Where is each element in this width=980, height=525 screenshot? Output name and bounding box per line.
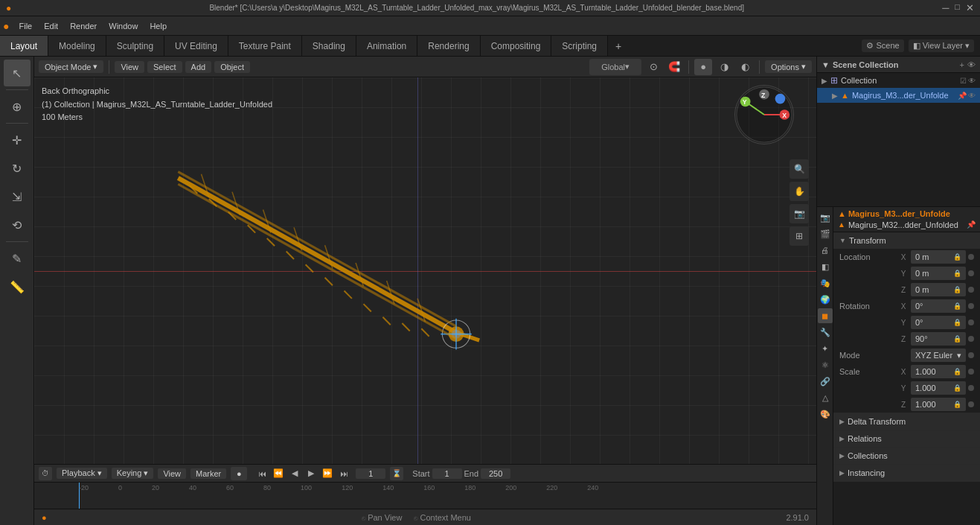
keyframe-dot-x[interactable] [968,254,974,260]
transform-tool[interactable]: ⟲ [4,211,31,238]
viewport-shading-material[interactable]: ◑ [715,59,733,75]
scale-dot-y[interactable] [968,385,974,391]
menu-window[interactable]: Window [103,20,143,32]
marker-menu[interactable]: Marker [190,468,226,479]
start-frame-input[interactable]: 1 [432,468,462,479]
location-x-value[interactable]: 0 m 🔒 [911,250,966,264]
timeline-track[interactable]: -20 0 20 40 60 80 100 120 140 160 180 20… [34,483,816,509]
tab-scripting[interactable]: Scripting [551,36,608,56]
prev-keyframe-btn[interactable]: ⏪ [271,467,286,480]
collection-checkbox[interactable]: ☑ [960,77,967,85]
viewport-canvas[interactable]: Back Orthographic (1) Collection | Magir… [34,77,816,464]
snap-btn[interactable]: 🧲 [665,59,683,75]
keyframe-dot-btn[interactable]: ● [231,467,247,480]
add-workspace-btn[interactable]: + [608,36,629,56]
collection-visibility[interactable]: 👁 [968,77,976,85]
menu-file[interactable]: File [13,20,37,32]
proportional-edit-btn[interactable]: ⊙ [644,59,662,75]
object-item[interactable]: ▶ ▲ Magirus_M3...der_Unfolde 📌 👁 [817,88,980,103]
collection-item[interactable]: ▶ ⊞ Collection ☑ 👁 [817,73,980,88]
cursor-tool[interactable]: ⊕ [4,93,31,120]
rot-dot-z[interactable] [968,336,974,342]
tab-rendering[interactable]: Rendering [417,36,480,56]
prop-modifier-icon[interactable]: 🔧 [818,325,833,340]
collections-header[interactable]: ▶ Collections [833,448,980,464]
scale-tool[interactable]: ⇲ [4,183,31,210]
measure-tool[interactable]: 📏 [4,273,31,300]
fps-btn[interactable]: ⌛ [390,467,403,480]
timeline-view-menu[interactable]: View [158,468,186,479]
viewport-add-menu[interactable]: Add [185,61,212,73]
scene-selector[interactable]: ⚙ Scene [862,39,903,52]
prop-scene-icon[interactable]: 📷 [818,210,833,225]
grid-btn[interactable]: ⊞ [790,226,809,246]
prop-constraints-icon[interactable]: 🔗 [818,374,833,389]
tab-compositing[interactable]: Compositing [481,36,552,56]
navigation-gizmo[interactable]: X Y Z [734,85,801,152]
scale-dot-x[interactable] [968,369,974,375]
viewport-select-menu[interactable]: Select [147,61,182,73]
relations-header[interactable]: ▶ Relations [833,430,980,447]
pan-btn[interactable]: ✋ [790,182,809,201]
zoom-in-btn[interactable]: 🔍 [790,159,809,179]
prop-particles-icon[interactable]: ✦ [818,341,833,356]
menu-render[interactable]: Render [65,20,102,32]
location-z-value[interactable]: 0 m 🔒 [911,283,966,296]
tab-modeling[interactable]: Modeling [48,36,106,56]
viewport-view-menu[interactable]: View [115,61,144,73]
view-layer-selector[interactable]: ◧ View Layer ▾ [909,39,974,52]
rotation-x-value[interactable]: 0° 🔒 [911,299,966,313]
end-frame-input[interactable]: 250 [481,468,510,479]
pin-icon[interactable]: 📌 [967,220,976,229]
keying-menu[interactable]: Keying ▾ [112,468,154,479]
instancing-header[interactable]: ▶ Instancing [833,465,980,481]
prop-view-layer-icon[interactable]: ◧ [818,259,833,274]
prop-scene-props-icon[interactable]: 🎭 [818,276,833,290]
rot-dot-y[interactable] [968,319,974,325]
annotate-tool[interactable]: ✎ [4,245,31,272]
next-keyframe-btn[interactable]: ⏩ [320,467,335,480]
prop-material-icon[interactable]: 🎨 [818,407,833,421]
prop-data-icon[interactable]: △ [818,390,833,405]
viewport-object-menu[interactable]: Object [214,61,250,73]
object-visibility[interactable]: 👁 [968,92,976,100]
maximize-btn[interactable]: □ [955,2,960,13]
rotate-tool[interactable]: ↻ [4,155,31,182]
object-pin-icon[interactable]: 📌 [958,92,967,100]
delta-transform-header[interactable]: ▶ Delta Transform [833,413,980,430]
timeline-header-icon[interactable]: ⏱ [39,467,52,480]
keyframe-dot-z[interactable] [968,287,974,293]
scale-x-value[interactable]: 1.000 🔒 [911,365,966,378]
select-tool[interactable]: ↖ [4,60,31,86]
mode-dot[interactable] [968,352,974,358]
prop-physics-icon[interactable]: ⚛ [818,357,833,372]
mode-select[interactable]: XYZ Euler ▾ [911,349,966,362]
tab-texture-paint[interactable]: Texture Paint [228,36,302,56]
location-y-value[interactable]: 0 m 🔒 [911,267,966,280]
close-btn[interactable]: ✕ [966,2,974,13]
playback-menu[interactable]: Playback ▾ [57,468,107,479]
tab-shading[interactable]: Shading [302,36,356,56]
scale-dot-z[interactable] [968,401,974,407]
tab-uv-editing[interactable]: UV Editing [164,36,228,56]
viewport-shading-solid[interactable]: ● [694,59,712,75]
prop-world-icon[interactable]: 🌍 [818,292,833,307]
tab-animation[interactable]: Animation [356,36,417,56]
jump-end-btn[interactable]: ⏭ [336,467,351,480]
menu-blender-icon[interactable]: ● [3,20,9,32]
jump-start-btn[interactable]: ⏮ [254,467,269,480]
menu-help[interactable]: Help [144,20,172,32]
scene-add-icon[interactable]: + [960,60,964,69]
viewport-transform-select[interactable]: Global ▾ [589,59,641,75]
scene-visibility-icon[interactable]: 👁 [967,60,976,69]
move-tool[interactable]: ✛ [4,127,31,153]
prop-object-icon[interactable]: ◼ [818,308,833,323]
prop-render-icon[interactable]: 🎬 [818,226,833,241]
rotation-z-value[interactable]: 90° 🔒 [911,332,966,346]
viewport-shading-render[interactable]: ◐ [736,59,754,75]
options-btn[interactable]: Options ▾ [765,60,812,73]
menu-edit[interactable]: Edit [39,20,63,32]
keyframe-dot-y[interactable] [968,270,974,276]
camera-btn[interactable]: 📷 [790,204,809,223]
tab-sculpting[interactable]: Sculpting [106,36,164,56]
